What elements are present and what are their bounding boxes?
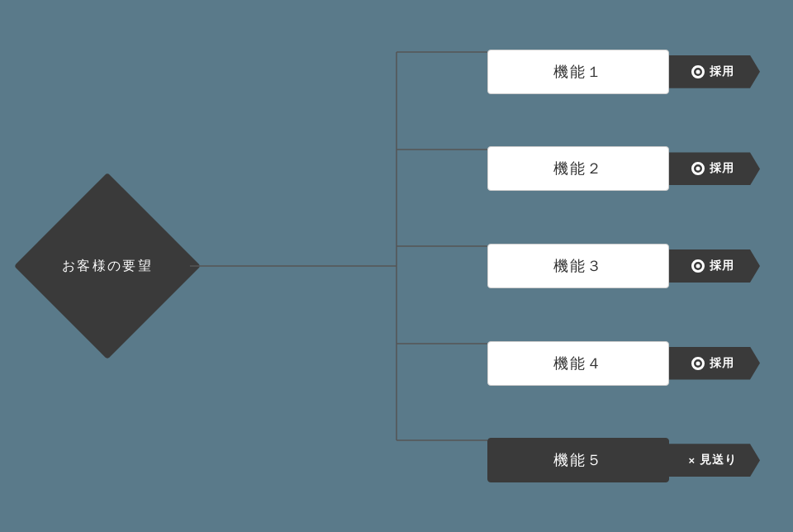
- feature-row-5: 機能５ × 見送り: [487, 431, 768, 489]
- badge-inner-3: 採用: [669, 249, 760, 283]
- badge-label-1: 採用: [710, 64, 734, 79]
- feature-badge-1: 採用: [669, 50, 760, 94]
- accept-circle-icon-2: [691, 162, 705, 175]
- feature-row-2: 機能２ 採用: [487, 140, 768, 197]
- feature-label-4: 機能４: [553, 354, 602, 373]
- feature-badge-4: 採用: [669, 341, 760, 386]
- accept-circle-icon-4: [691, 357, 705, 370]
- feature-box-2: 機能２: [487, 146, 669, 191]
- feature-badge-3: 採用: [669, 244, 760, 288]
- feature-row-3: 機能３ 採用: [487, 237, 768, 295]
- diamond-shape: [14, 173, 201, 359]
- feature-row-4: 機能４ 採用: [487, 335, 768, 392]
- accept-circle-icon-1: [691, 65, 705, 78]
- feature-label-3: 機能３: [553, 256, 602, 276]
- badge-label-3: 採用: [710, 259, 734, 273]
- badge-inner-1: 採用: [669, 55, 760, 88]
- accept-circle-icon-3: [691, 259, 705, 273]
- feature-box-1: 機能１: [487, 50, 669, 94]
- badge-inner-4: 採用: [669, 347, 760, 380]
- feature-box-3: 機能３: [487, 244, 669, 288]
- badge-label-5: 見送り: [700, 453, 737, 468]
- badge-inner-2: 採用: [669, 152, 760, 185]
- feature-box-4: 機能４: [487, 341, 669, 386]
- badge-label-2: 採用: [710, 161, 734, 176]
- feature-badge-5: × 見送り: [669, 438, 760, 482]
- feature-box-5: 機能５: [487, 438, 669, 482]
- diamond-node: お客様の要望: [25, 183, 190, 349]
- feature-label-2: 機能２: [553, 159, 602, 178]
- features-list: 機能１ 採用 機能２ 採用 機能３: [487, 0, 768, 532]
- badge-inner-5: × 見送り: [669, 444, 760, 477]
- badge-label-4: 採用: [710, 356, 734, 371]
- feature-row-1: 機能１ 採用: [487, 43, 768, 101]
- feature-badge-2: 採用: [669, 146, 760, 191]
- feature-label-5: 機能５: [553, 450, 602, 470]
- reject-x-icon-5: ×: [688, 454, 696, 467]
- feature-label-1: 機能１: [553, 62, 602, 82]
